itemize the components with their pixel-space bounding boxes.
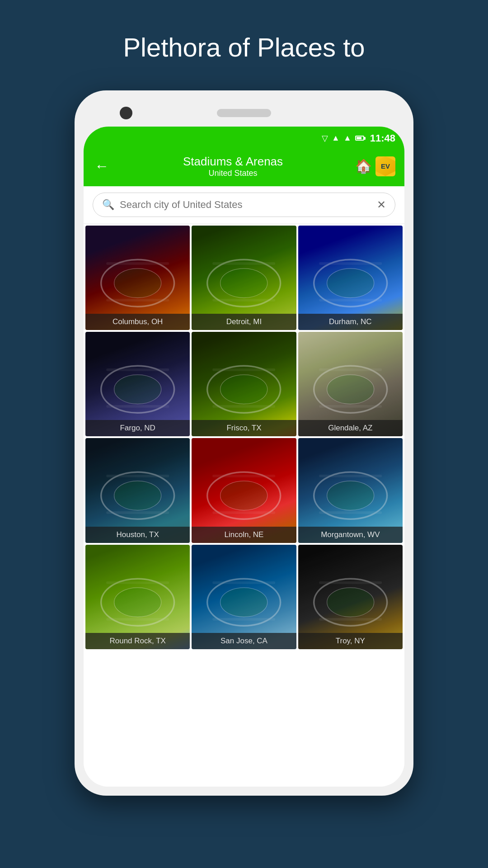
city-card[interactable]: Troy, NY [298,545,403,649]
city-card[interactable]: Houston, TX [85,438,190,542]
svg-rect-31 [213,511,276,514]
svg-point-0 [101,259,174,307]
svg-point-16 [207,366,281,413]
svg-point-37 [114,587,161,617]
svg-point-28 [207,472,281,519]
signal-icon-full: ▲ [343,133,352,143]
search-input[interactable] [120,199,371,211]
app-bar: ← Stadiums & Arenas United States 🏠 EV [84,150,404,186]
svg-rect-27 [106,511,169,514]
app-bar-main-title: Stadiums & Arenas [183,155,283,169]
clear-button[interactable]: ✕ [377,198,386,211]
status-icons: ▽ ▲ ▲ [322,133,366,143]
city-stadium-image [192,438,296,542]
phone-shell: ▽ ▲ ▲ 11:48 ← Stadiums & Arenas United S… [75,90,413,796]
ev-badge-button[interactable]: EV [375,156,395,176]
svg-rect-39 [106,618,169,621]
svg-point-36 [101,579,174,626]
svg-point-17 [221,375,267,404]
svg-point-40 [207,579,281,626]
city-card[interactable]: Lincoln, NE [192,438,296,542]
search-box: 🔍 ✕ [93,193,395,217]
svg-rect-6 [213,262,276,265]
city-card[interactable]: Detroit, MI [192,226,296,330]
city-stadium-image [85,545,190,649]
city-stadium-image [85,332,190,436]
city-stadium-image [298,545,403,649]
svg-point-8 [314,259,387,307]
city-card[interactable]: Fargo, ND [85,332,190,436]
svg-rect-19 [213,405,276,408]
city-card[interactable]: Durham, NC [298,226,403,330]
city-label: Troy, NY [298,633,403,649]
svg-point-41 [221,587,267,617]
svg-rect-47 [319,618,382,621]
city-label: Round Rock, TX [85,633,190,649]
city-label: Morgantown, WV [298,527,403,543]
wifi-icon: ▽ [322,133,328,143]
svg-point-25 [114,481,161,510]
svg-rect-18 [213,368,276,371]
back-button[interactable]: ← [93,156,111,176]
city-card[interactable]: Glendale, AZ [298,332,403,436]
page-title: Plethora of Places to [87,32,401,63]
svg-point-33 [327,481,374,510]
status-time: 11:48 [370,132,395,144]
svg-point-1 [114,268,161,297]
city-label: Detroit, MI [192,314,296,330]
city-card[interactable]: San Jose, CA [192,545,296,649]
city-grid-scroll[interactable]: Columbus, OH Detroit, MI Durham, NC Farg… [84,224,404,787]
city-stadium-image [298,226,403,330]
svg-rect-7 [213,299,276,302]
city-label: Durham, NC [298,314,403,330]
svg-rect-22 [319,368,382,371]
svg-rect-35 [319,511,382,514]
city-card[interactable]: Morgantown, WV [298,438,403,542]
svg-point-32 [314,472,387,519]
svg-rect-11 [319,299,382,302]
search-icon: 🔍 [102,199,114,211]
city-label: Glendale, AZ [298,420,403,436]
city-label: Houston, TX [85,527,190,543]
status-bar: ▽ ▲ ▲ 11:48 [84,127,404,150]
camera [120,107,132,119]
svg-rect-23 [319,405,382,408]
svg-point-4 [207,259,281,307]
speaker [217,109,271,117]
svg-point-5 [221,268,267,297]
city-label: Lincoln, NE [192,527,296,543]
battery-icon [355,136,364,141]
app-bar-subtitle: United States [208,169,257,178]
app-bar-actions: 🏠 EV [355,156,395,176]
svg-point-12 [101,366,174,413]
home-icon[interactable]: 🏠 [355,158,372,174]
svg-rect-34 [319,475,382,477]
city-stadium-image [298,438,403,542]
svg-point-24 [101,472,174,519]
svg-rect-3 [106,299,169,302]
svg-rect-46 [319,581,382,584]
city-grid: Columbus, OH Detroit, MI Durham, NC Farg… [84,224,404,651]
city-card[interactable]: Frisco, TX [192,332,296,436]
svg-rect-26 [106,475,169,477]
svg-rect-43 [213,618,276,621]
city-card[interactable]: Round Rock, TX [85,545,190,649]
svg-rect-14 [106,368,169,371]
city-stadium-image [192,332,296,436]
svg-rect-10 [319,262,382,265]
svg-point-44 [314,579,387,626]
svg-point-29 [221,481,267,510]
city-label: Fargo, ND [85,420,190,436]
city-stadium-image [192,226,296,330]
svg-point-13 [114,375,161,404]
svg-rect-42 [213,581,276,584]
city-card[interactable]: Columbus, OH [85,226,190,330]
city-label: San Jose, CA [192,633,296,649]
phone-top-bar [84,99,404,127]
svg-point-9 [327,268,374,297]
phone-screen: ▽ ▲ ▲ 11:48 ← Stadiums & Arenas United S… [84,127,404,787]
city-stadium-image [298,332,403,436]
svg-point-21 [327,375,374,404]
svg-point-20 [314,366,387,413]
city-stadium-image [192,545,296,649]
